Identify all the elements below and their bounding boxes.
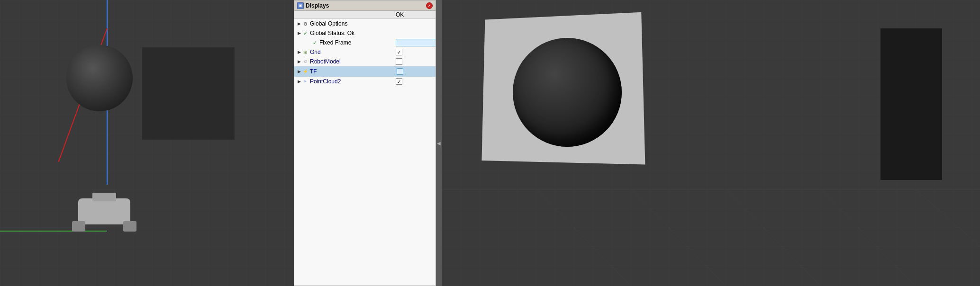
tree-item-pointcloud2[interactable]: ▶ ✳ PointCloud2 ✓ <box>294 77 436 86</box>
panel-title: Displays <box>306 2 329 9</box>
panel-splitter[interactable]: ◀ <box>436 0 442 286</box>
displays-panel: ▣ Displays × OK ▶ ⚙ Global Options ▶ ✓ G… <box>294 0 436 286</box>
expand-arrow-robotmodel[interactable]: ▶ <box>296 59 302 64</box>
expand-arrow-tf[interactable]: ▶ <box>296 69 302 74</box>
fixed-frame-label: Fixed Frame <box>319 39 396 46</box>
grid-icon: ⊞ <box>302 49 309 55</box>
splitter-arrow: ◀ <box>437 141 441 146</box>
tree-item-global-options[interactable]: ▶ ⚙ Global Options <box>294 19 436 28</box>
robot-body <box>78 198 130 224</box>
robot-wheel-right <box>123 221 136 232</box>
expand-arrow-global-status[interactable]: ▶ <box>296 30 302 36</box>
expand-arrow-grid[interactable]: ▶ <box>296 49 302 55</box>
tree-item-fixed-frame[interactable]: ▶ ✓ Fixed Frame <box>294 38 436 47</box>
tree-item-tf[interactable]: ▶ ⚡ TF <box>294 66 436 77</box>
tf-label: TF <box>310 68 396 75</box>
pointcloud2-icon: ✳ <box>302 78 309 85</box>
robotmodel-label: RobotModel <box>310 58 396 65</box>
right-sphere-object <box>513 38 622 147</box>
close-button[interactable]: × <box>426 2 433 9</box>
panel-title-left: ▣ Displays <box>297 2 329 9</box>
right-3d-viewport[interactable] <box>442 0 980 286</box>
global-status-label: Global Status: Ok <box>310 30 434 36</box>
tree-item-global-status[interactable]: ▶ ✓ Global Status: Ok <box>294 28 436 38</box>
robot-wheel-left <box>72 221 85 232</box>
fixed-frame-check-icon: ✓ <box>311 39 318 46</box>
tree-item-robotmodel[interactable]: ▶ ⛭ RobotModel <box>294 57 436 66</box>
axis-green <box>0 231 107 232</box>
left-3d-viewport[interactable] <box>0 0 294 286</box>
expand-arrow-pointcloud2[interactable]: ▶ <box>296 79 302 84</box>
tf-icon: ⚡ <box>302 68 309 75</box>
pointcloud2-label: PointCloud2 <box>310 78 396 85</box>
pointcloud2-checkbox[interactable]: ✓ <box>396 78 402 85</box>
expand-arrow-global-options[interactable]: ▶ <box>296 21 302 27</box>
panel-title-bar: ▣ Displays × <box>294 0 436 11</box>
ok-column-header: OK <box>396 11 434 18</box>
expand-arrow-fixed-frame: ▶ <box>306 40 311 45</box>
sphere-object <box>66 45 133 111</box>
column-header-row: OK <box>294 11 436 19</box>
right-box-object <box>880 28 942 180</box>
svg-rect-0 <box>0 0 294 286</box>
gear-icon: ⚙ <box>302 20 309 27</box>
grid-checkbox[interactable]: ✓ <box>396 49 402 55</box>
tf-checkbox[interactable] <box>397 68 403 75</box>
left-grid <box>0 0 294 286</box>
box-object <box>142 47 235 140</box>
status-ok-icon: ✓ <box>302 30 309 36</box>
tree-panel[interactable]: ▶ ⚙ Global Options ▶ ✓ Global Status: Ok… <box>294 19 436 286</box>
robotmodel-icon: ⛭ <box>302 58 309 65</box>
grid-label: Grid <box>310 49 396 55</box>
tree-item-grid[interactable]: ▶ ⊞ Grid ✓ <box>294 47 436 57</box>
robotmodel-checkbox[interactable] <box>396 58 402 65</box>
fixed-frame-input[interactable] <box>396 39 436 46</box>
window-icon: ▣ <box>297 2 304 9</box>
global-options-label: Global Options <box>310 20 434 27</box>
